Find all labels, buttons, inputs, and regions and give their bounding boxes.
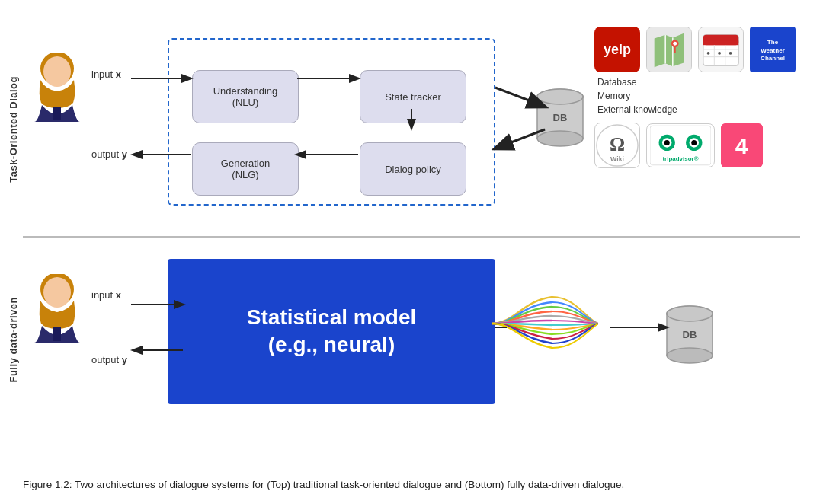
top-section: Task-Oriented Dialog input x output y	[0, 15, 823, 221]
dialog-policy-box: Dialog policy	[360, 142, 466, 196]
bottom-section: Fully data-driven input x output y Stati…	[0, 244, 823, 419]
knowledge-labels: Database Memory External knowledge	[597, 75, 800, 116]
svg-point-10	[673, 42, 677, 46]
knowledge-icons: yelp	[594, 27, 800, 168]
figure-caption: Figure 1.2: Two architectures of dialogu…	[23, 477, 800, 493]
output-y-top: output y	[91, 148, 127, 160]
pipeline-box: Understanding (NLU) State tracker Genera…	[168, 38, 495, 206]
output-y-bottom: output y	[91, 354, 127, 365]
db-cylinder-top: DB	[533, 88, 587, 148]
svg-text:DB: DB	[553, 112, 568, 123]
foursquare-icon: 4	[721, 123, 763, 167]
wikipedia-icon: Ω Wiki	[594, 123, 640, 168]
svg-point-21	[729, 52, 732, 55]
svg-point-32	[664, 140, 670, 145]
cable-bundle	[492, 285, 598, 362]
db-cylinder-bottom: DB	[663, 305, 716, 365]
tripadvisor-icon: tripadvisor®	[646, 123, 715, 167]
avatar-top	[30, 53, 84, 122]
state-tracker-box: State tracker	[360, 70, 466, 123]
svg-text:Channel: Channel	[761, 55, 785, 62]
input-x-bottom: input x	[91, 289, 121, 301]
statistical-model-box: Statistical model (e.g., neural)	[168, 259, 495, 404]
yelp-icon: yelp	[594, 27, 640, 72]
svg-point-40	[43, 277, 71, 308]
svg-text:DB: DB	[683, 329, 697, 340]
maps-icon	[646, 27, 692, 72]
svg-text:tripadvisor®: tripadvisor®	[662, 155, 698, 162]
svg-rect-2	[53, 107, 61, 120]
nlu-box: Understanding (NLU)	[192, 70, 299, 123]
calendar-icon	[698, 27, 744, 72]
separator	[23, 236, 800, 238]
svg-point-35	[691, 140, 697, 145]
svg-point-6	[537, 89, 583, 104]
svg-rect-41	[53, 327, 61, 341]
svg-point-20	[718, 52, 721, 55]
statistical-model-text: Statistical model (e.g., neural)	[247, 304, 417, 359]
svg-point-1	[43, 56, 71, 87]
task-oriented-label: Task-Oriented Dialog	[8, 76, 19, 183]
svg-point-5	[537, 131, 583, 146]
svg-text:4: 4	[735, 133, 748, 158]
svg-point-45	[667, 306, 713, 321]
svg-text:The: The	[767, 39, 779, 46]
avatar-bottom	[30, 274, 84, 343]
svg-point-19	[707, 52, 710, 55]
svg-point-44	[667, 348, 713, 363]
svg-text:Weather: Weather	[761, 47, 786, 54]
weather-channel-icon: The Weather Channel	[750, 27, 796, 72]
svg-rect-14	[703, 40, 738, 45]
svg-text:Ω: Ω	[610, 134, 625, 155]
svg-text:Wiki: Wiki	[610, 155, 624, 163]
fully-data-driven-label: Fully data-driven	[8, 297, 19, 383]
input-x-top: input x	[91, 69, 121, 80]
nlg-box: Generation(NLG)	[192, 142, 299, 196]
